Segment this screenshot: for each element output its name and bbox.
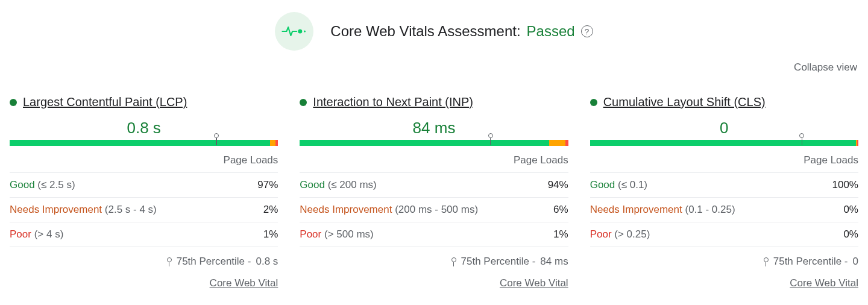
percentile-marker-icon bbox=[764, 257, 769, 266]
status-dot-icon bbox=[590, 99, 597, 106]
percentile-row: 75th Percentile - 0.8 s bbox=[10, 256, 278, 268]
percentile-row: 75th Percentile - 84 ms bbox=[300, 256, 568, 268]
bar-segment-ni bbox=[270, 140, 275, 146]
bar-segment-ni bbox=[549, 140, 565, 146]
bar-segment-poor bbox=[275, 140, 278, 146]
column-header-page-loads: Page Loads bbox=[590, 154, 858, 173]
vitals-icon bbox=[275, 12, 313, 51]
assessment-header: Core Web Vitals Assessment: Passed ? bbox=[6, 12, 862, 51]
dist-row-poor: Poor (> 4 s) 1% bbox=[10, 222, 278, 247]
distribution-bar-inp bbox=[300, 140, 568, 146]
dist-row-ni: Needs Improvement (0.1 - 0.25) 0% bbox=[590, 198, 858, 222]
svg-point-0 bbox=[298, 30, 303, 34]
dist-row-good: Good (≤ 200 ms) 94% bbox=[300, 173, 568, 198]
bar-segment-good bbox=[10, 140, 270, 146]
core-web-vital-link[interactable]: Core Web Vital bbox=[790, 277, 858, 289]
metric-value-inp: 84 ms bbox=[300, 119, 568, 137]
distribution-bar-cls bbox=[590, 140, 858, 146]
metric-value-lcp: 0.8 s bbox=[10, 119, 278, 137]
metric-card-cls: Cumulative Layout Shift (CLS) 0 Page Loa… bbox=[590, 95, 858, 289]
percentile-row: 75th Percentile - 0 bbox=[590, 256, 858, 268]
metrics-row: Largest Contentful Paint (LCP) 0.8 s Pag… bbox=[6, 95, 862, 289]
core-web-vital-link[interactable]: Core Web Vital bbox=[210, 277, 278, 289]
collapse-view-link[interactable]: Collapse view bbox=[794, 61, 857, 73]
percentile-marker-icon bbox=[799, 133, 804, 145]
bar-segment-good bbox=[590, 140, 856, 146]
metric-card-lcp: Largest Contentful Paint (LCP) 0.8 s Pag… bbox=[10, 95, 278, 289]
column-header-page-loads: Page Loads bbox=[300, 154, 568, 173]
distribution-bar-lcp bbox=[10, 140, 278, 146]
dist-row-good: Good (≤ 0.1) 100% bbox=[590, 173, 858, 198]
metric-title-inp[interactable]: Interaction to Next Paint (INP) bbox=[313, 95, 473, 109]
percentile-marker-icon bbox=[214, 133, 219, 145]
percentile-marker-icon bbox=[167, 257, 172, 266]
percentile-marker-icon bbox=[451, 257, 456, 266]
assessment-title: Core Web Vitals Assessment: bbox=[330, 23, 520, 40]
metric-value-cls: 0 bbox=[590, 119, 858, 137]
column-header-page-loads: Page Loads bbox=[10, 154, 278, 173]
dist-row-ni: Needs Improvement (200 ms - 500 ms) 6% bbox=[300, 198, 568, 222]
metric-title-cls[interactable]: Cumulative Layout Shift (CLS) bbox=[603, 95, 766, 109]
metric-card-inp: Interaction to Next Paint (INP) 84 ms Pa… bbox=[300, 95, 568, 289]
bar-segment-poor bbox=[857, 140, 858, 146]
bar-segment-poor bbox=[565, 140, 568, 146]
core-web-vital-link[interactable]: Core Web Vital bbox=[500, 277, 568, 289]
dist-row-poor: Poor (> 500 ms) 1% bbox=[300, 222, 568, 247]
assessment-status: Passed bbox=[527, 23, 575, 40]
metric-title-lcp[interactable]: Largest Contentful Paint (LCP) bbox=[23, 95, 187, 109]
status-dot-icon bbox=[300, 99, 307, 106]
percentile-marker-icon bbox=[488, 133, 493, 145]
dist-row-ni: Needs Improvement (2.5 s - 4 s) 2% bbox=[10, 198, 278, 222]
svg-point-1 bbox=[304, 30, 306, 32]
dist-row-poor: Poor (> 0.25) 0% bbox=[590, 222, 858, 247]
help-icon[interactable]: ? bbox=[581, 25, 593, 37]
bar-segment-good bbox=[300, 140, 549, 146]
status-dot-icon bbox=[10, 99, 17, 106]
dist-row-good: Good (≤ 2.5 s) 97% bbox=[10, 173, 278, 198]
